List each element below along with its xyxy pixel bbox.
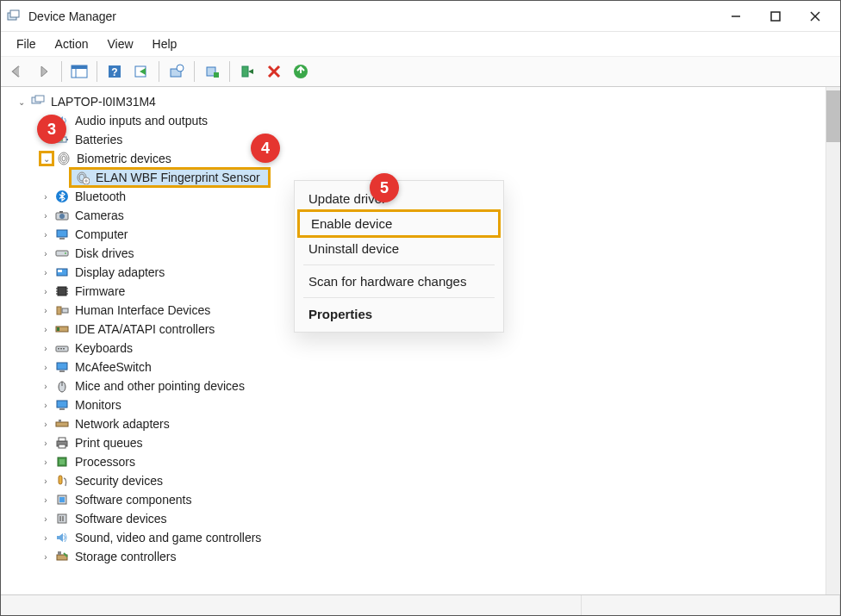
svg-rect-74 bbox=[62, 516, 64, 521]
chevron-down-icon[interactable]: ⌄ bbox=[39, 151, 54, 166]
tree-node-monitors[interactable]: › Monitors bbox=[3, 395, 824, 414]
forward-button[interactable] bbox=[31, 59, 57, 84]
ide-icon bbox=[54, 321, 70, 337]
chevron-right-icon[interactable]: › bbox=[39, 474, 53, 488]
component-icon bbox=[54, 492, 70, 507]
hid-icon bbox=[54, 302, 70, 318]
chevron-right-icon[interactable]: › bbox=[39, 493, 53, 507]
tree-node-keyboards[interactable]: › Keyboards bbox=[3, 339, 824, 358]
svg-rect-40 bbox=[58, 270, 62, 272]
chevron-right-icon[interactable]: › bbox=[39, 208, 53, 222]
tree-node-label: Keyboards bbox=[75, 341, 133, 355]
context-properties[interactable]: Properties bbox=[295, 302, 503, 327]
separator bbox=[61, 61, 62, 82]
menu-help[interactable]: Help bbox=[144, 35, 186, 53]
tree-node-network[interactable]: › Network adapters bbox=[3, 414, 824, 433]
chevron-right-icon[interactable]: › bbox=[39, 284, 53, 298]
chevron-right-icon[interactable]: › bbox=[39, 360, 53, 374]
back-button[interactable] bbox=[4, 59, 30, 84]
menu-file[interactable]: File bbox=[8, 35, 45, 53]
chip-icon bbox=[54, 283, 70, 299]
separator bbox=[159, 61, 159, 82]
chevron-down-icon[interactable]: ⌄ bbox=[15, 95, 28, 109]
menu-view[interactable]: View bbox=[98, 35, 141, 53]
window-controls bbox=[716, 3, 835, 30]
chevron-right-icon[interactable]: › bbox=[39, 303, 53, 317]
device-tree[interactable]: ⌄ LAPTOP-I0IM31M4 › Audio inputs and out… bbox=[1, 87, 825, 594]
close-button[interactable] bbox=[795, 3, 835, 30]
context-scan-hardware[interactable]: Scan for hardware changes bbox=[295, 269, 503, 294]
add-button[interactable] bbox=[199, 59, 225, 84]
tree-node-print[interactable]: › Print queues bbox=[3, 433, 824, 452]
chevron-right-icon[interactable]: › bbox=[39, 190, 53, 203]
chevron-right-icon[interactable]: › bbox=[39, 417, 53, 431]
menubar: File Action View Help bbox=[1, 32, 840, 56]
monitor-icon bbox=[54, 397, 70, 413]
tree-node-mice[interactable]: › Mice and other pointing devices bbox=[3, 376, 824, 395]
tree-node-elan-fingerprint[interactable]: ELAN WBF Fingerprint Sensor bbox=[70, 168, 270, 187]
tree-node-label: McAfeeSwitch bbox=[75, 360, 152, 374]
action-button[interactable] bbox=[128, 59, 154, 84]
chevron-right-icon[interactable]: › bbox=[39, 455, 53, 469]
scan-button[interactable] bbox=[164, 59, 190, 84]
svg-rect-71 bbox=[59, 497, 65, 502]
callout-5: 5 bbox=[370, 173, 399, 202]
svg-rect-60 bbox=[57, 401, 67, 408]
tree-node-mcafee[interactable]: › McAfeeSwitch bbox=[3, 358, 824, 376]
svg-rect-73 bbox=[59, 516, 61, 521]
network-icon bbox=[54, 416, 70, 432]
svg-rect-56 bbox=[57, 363, 67, 370]
tree-node-label: ELAN WBF Fingerprint Sensor bbox=[96, 171, 260, 184]
tree-node-sw-devices[interactable]: › Software devices bbox=[3, 509, 824, 528]
tree-node-biometric[interactable]: ⌄ Biometric devices bbox=[3, 149, 824, 168]
svg-rect-63 bbox=[59, 420, 61, 422]
chevron-right-icon[interactable]: › bbox=[39, 550, 53, 563]
tree-node-label: IDE ATA/ATAPI controllers bbox=[75, 322, 215, 336]
tree-node-sound[interactable]: › Sound, video and game controllers bbox=[3, 528, 824, 547]
window-title: Device Manager bbox=[28, 9, 716, 23]
svg-rect-51 bbox=[57, 327, 59, 331]
minimize-button[interactable] bbox=[716, 3, 756, 30]
svg-rect-23 bbox=[66, 139, 68, 140]
update-toolbar-button[interactable] bbox=[288, 59, 314, 84]
show-hidden-button[interactable] bbox=[66, 59, 92, 84]
tree-node-storage[interactable]: › Storage controllers bbox=[3, 547, 824, 566]
enable-toolbar-button[interactable] bbox=[234, 59, 260, 84]
context-enable-device[interactable]: Enable device bbox=[297, 209, 501, 238]
svg-rect-48 bbox=[57, 307, 61, 314]
camera-icon bbox=[54, 208, 70, 223]
chevron-right-icon[interactable]: › bbox=[39, 398, 53, 412]
svg-rect-54 bbox=[60, 348, 62, 350]
uninstall-toolbar-button[interactable] bbox=[261, 59, 287, 84]
svg-text:?: ? bbox=[111, 66, 117, 78]
chevron-right-icon[interactable]: › bbox=[39, 512, 53, 526]
scroll-thumb[interactable] bbox=[826, 90, 840, 142]
context-uninstall-device[interactable]: Uninstall device bbox=[295, 236, 503, 261]
maximize-button[interactable] bbox=[756, 3, 795, 30]
software-icon bbox=[54, 511, 70, 526]
tree-root[interactable]: ⌄ LAPTOP-I0IM31M4 bbox=[3, 92, 824, 111]
svg-rect-1 bbox=[10, 10, 19, 17]
toolbar: ? bbox=[1, 56, 840, 87]
context-update-driver[interactable]: Update driver bbox=[295, 186, 503, 211]
tree-node-label: Firmware bbox=[75, 284, 125, 298]
chevron-right-icon[interactable]: › bbox=[39, 265, 53, 279]
chevron-right-icon[interactable]: › bbox=[39, 379, 53, 393]
menu-action[interactable]: Action bbox=[47, 35, 97, 53]
help-button[interactable]: ? bbox=[102, 59, 128, 84]
tree-node-audio[interactable]: › Audio inputs and outputs bbox=[3, 111, 824, 130]
monitor-icon bbox=[54, 359, 70, 375]
vertical-scrollbar[interactable] bbox=[825, 87, 840, 594]
tree-node-batteries[interactable]: › Batteries bbox=[3, 130, 824, 149]
chevron-right-icon[interactable]: › bbox=[39, 227, 53, 241]
tree-node-sw-components[interactable]: › Software components bbox=[3, 490, 824, 509]
tree-node-security[interactable]: › Security devices bbox=[3, 471, 824, 490]
chevron-right-icon[interactable]: › bbox=[39, 246, 53, 260]
tree-node-processors[interactable]: › Processors bbox=[3, 452, 824, 471]
chevron-right-icon[interactable]: › bbox=[39, 531, 53, 544]
security-icon bbox=[54, 473, 70, 488]
printer-icon bbox=[54, 435, 70, 451]
chevron-right-icon[interactable]: › bbox=[39, 436, 53, 450]
chevron-right-icon[interactable]: › bbox=[39, 322, 53, 336]
chevron-right-icon[interactable]: › bbox=[39, 341, 53, 355]
